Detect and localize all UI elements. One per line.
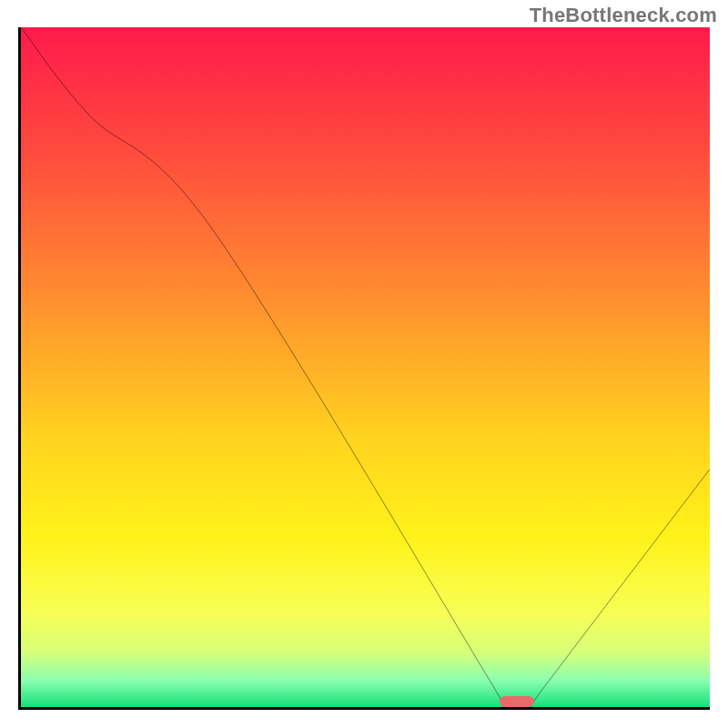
optimal-marker [500,696,534,707]
bottleneck-curve [21,27,710,707]
watermark-text: TheBottleneck.com [530,4,717,27]
plot-area [18,27,710,710]
bottleneck-chart: TheBottleneck.com [0,0,728,728]
